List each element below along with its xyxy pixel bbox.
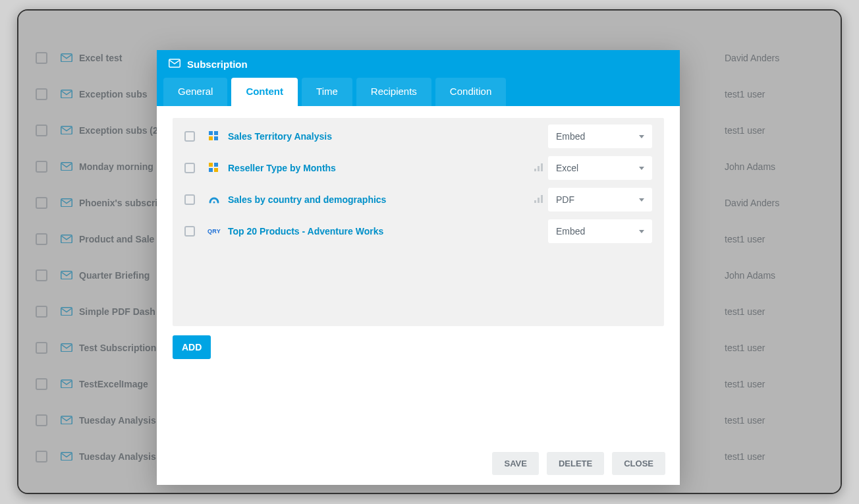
format-value: Excel: [556, 163, 578, 173]
svg-rect-27: [541, 195, 543, 203]
modal-body: Sales Territory Analysis Embed Reseller …: [157, 106, 680, 441]
tab-general[interactable]: General: [163, 78, 227, 106]
content-item-row: Sales Territory Analysis Embed: [173, 121, 664, 152]
item-checkbox[interactable]: [184, 226, 195, 237]
svg-point-24: [213, 202, 215, 204]
item-checkbox[interactable]: [184, 194, 195, 205]
tab-time[interactable]: Time: [302, 78, 352, 106]
svg-rect-15: [209, 136, 213, 140]
format-value: PDF: [556, 194, 574, 205]
svg-rect-14: [214, 131, 218, 135]
svg-rect-20: [214, 168, 218, 172]
tab-bar: General Content Time Recipients Conditio…: [157, 78, 680, 106]
chevron-down-icon: [639, 135, 644, 138]
svg-rect-22: [538, 166, 540, 171]
qry-icon: QRY: [208, 225, 220, 237]
tab-condition[interactable]: Condition: [435, 78, 506, 106]
format-select[interactable]: Embed: [548, 125, 652, 148]
modal-footer: SAVE DELETE CLOSE: [157, 441, 680, 485]
svg-rect-21: [534, 169, 536, 171]
svg-rect-19: [209, 168, 213, 172]
app-frame: Excel test Weekly 00:40 David Anders Exc…: [17, 9, 842, 494]
modal-header: Subscription: [157, 50, 680, 78]
save-button[interactable]: SAVE: [492, 452, 538, 475]
content-item-row: QRY Top 20 Products - Adventure Works Em…: [173, 215, 664, 247]
grid-yellow-icon: [208, 162, 220, 174]
chevron-down-icon: [639, 230, 644, 233]
svg-rect-26: [538, 198, 540, 203]
svg-rect-16: [214, 136, 218, 140]
svg-rect-23: [541, 163, 543, 171]
envelope-icon: [169, 59, 180, 70]
format-value: Embed: [556, 226, 585, 237]
item-checkbox[interactable]: [184, 163, 195, 173]
content-item-row: Sales by country and demographics PDF: [173, 184, 664, 215]
format-select[interactable]: Embed: [548, 219, 652, 243]
chevron-down-icon: [639, 198, 644, 202]
subscription-modal: Subscription General Content Time Recipi…: [157, 50, 680, 485]
content-item-row: Reseller Type by Months Excel: [173, 152, 664, 184]
format-select[interactable]: PDF: [548, 188, 652, 211]
bars-icon: [530, 163, 548, 173]
bars-icon: [530, 194, 548, 205]
svg-rect-13: [209, 131, 213, 135]
modal-title: Subscription: [187, 59, 248, 70]
chevron-down-icon: [639, 167, 644, 170]
item-checkbox[interactable]: [184, 131, 195, 142]
close-button[interactable]: CLOSE: [612, 452, 665, 475]
svg-rect-18: [214, 163, 218, 167]
spacer: [173, 359, 664, 441]
content-item-name[interactable]: Sales by country and demographics: [228, 194, 530, 205]
svg-rect-17: [209, 163, 213, 167]
add-button[interactable]: ADD: [173, 335, 211, 359]
gauge-icon: [208, 194, 220, 206]
tab-content[interactable]: Content: [231, 78, 298, 106]
content-item-name[interactable]: Top 20 Products - Adventure Works: [228, 226, 530, 237]
content-item-name[interactable]: Reseller Type by Months: [228, 163, 530, 173]
format-select[interactable]: Excel: [548, 156, 652, 180]
content-item-name[interactable]: Sales Territory Analysis: [228, 131, 530, 142]
delete-button[interactable]: DELETE: [547, 452, 604, 475]
format-value: Embed: [556, 131, 585, 142]
content-items-list: Sales Territory Analysis Embed Reseller …: [173, 118, 664, 326]
tab-recipients[interactable]: Recipients: [356, 78, 431, 106]
svg-rect-25: [534, 200, 536, 203]
grid-blue-icon: [208, 130, 220, 142]
